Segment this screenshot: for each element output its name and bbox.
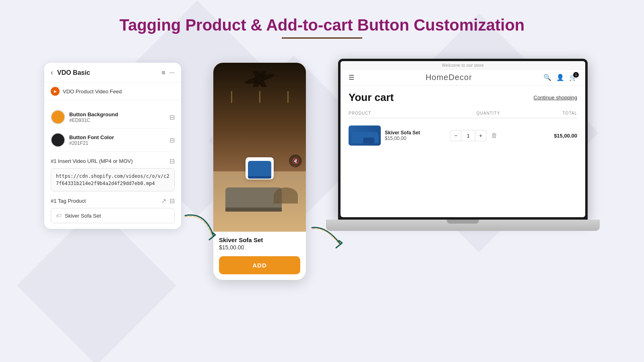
phone-mockup: 🔇 Skiver Sofa Set $15,00.00 ADD [213, 63, 306, 280]
button-font-swatch[interactable] [51, 133, 65, 147]
item-total: $15,00.00 [526, 133, 577, 139]
db-icon-font[interactable]: ⊟ [169, 136, 175, 144]
store-cart-content: Your cart Continue shopping PRODUCT QUAN… [341, 86, 585, 154]
tag-input[interactable]: 🏷 Skiver Sofa Set [51, 208, 175, 223]
tag-icon: 🏷 [56, 212, 62, 219]
card-header-icons: ≡ ··· [161, 69, 175, 76]
room-sofa [225, 187, 282, 208]
cart-title: Your cart [349, 91, 394, 104]
mute-button[interactable]: 🔇 [289, 154, 302, 167]
button-bg-row: Button Background #ED931C ⊟ [51, 106, 175, 129]
quantity-col-label: QUANTITY [450, 111, 526, 115]
button-font-hex: #201F21 [69, 140, 114, 146]
qty-increase[interactable]: + [475, 130, 486, 141]
card-header: ‹ VDO Basic ≡ ··· [44, 63, 181, 83]
svg-point-3 [257, 76, 262, 82]
phone-product-price: $15,00.00 [219, 244, 300, 251]
laptop-body [326, 220, 600, 231]
tag-value: Skiver Sofa Set [65, 213, 101, 219]
url-section-label: #1 Insert Video URL (MP4 or MOV) ⊟ [51, 157, 175, 165]
play-icon: ▶ [51, 87, 60, 96]
button-bg-hex: #ED931C [69, 117, 118, 123]
button-font-row: Button Font Color #201F21 ⊟ [51, 129, 175, 152]
cart-item-info: Skiver Sofa Set $15,00.00 [349, 125, 450, 146]
item-name: Skiver Sofa Set [385, 130, 420, 136]
store-navbar: ☰ HomeDecor 🔍 👤 🛒 1 [341, 70, 585, 86]
db-icon-bg[interactable]: ⊟ [169, 113, 175, 121]
button-bg-swatch[interactable] [51, 110, 65, 124]
laptop-wrapper: Welcome to our store ☰ HomeDecor 🔍 👤 🛒 1 [338, 59, 600, 231]
continue-shopping-link[interactable]: Continue shopping [534, 95, 577, 101]
total-col-label: TOTAL [526, 111, 577, 115]
item-details: Skiver Sofa Set $15,00.00 [385, 130, 420, 141]
add-to-cart-button[interactable]: ADD [219, 256, 300, 274]
cart-item-row: Skiver Sofa Set $15,00.00 − 1 + [349, 122, 577, 149]
arrow-1 [181, 208, 221, 248]
card-subtitle: ▶ VDO Product Video Feed [44, 83, 181, 100]
db-icon-url[interactable]: ⊟ [169, 157, 175, 165]
cart-icon[interactable]: 🛒 1 [569, 74, 577, 81]
button-bg-label: Button Background [69, 111, 118, 117]
db-icon-tag[interactable]: ⊟ [169, 197, 175, 205]
phone-product-name: Skiver Sofa Set [219, 237, 300, 243]
cart-item-image [349, 125, 381, 146]
account-icon[interactable]: 👤 [556, 74, 564, 81]
hamburger-menu[interactable]: ☰ [349, 74, 354, 81]
more-icon[interactable]: ··· [169, 69, 175, 76]
button-font-label: Button Font Color [69, 134, 114, 140]
store-logo: HomeDecor [425, 73, 472, 82]
search-icon[interactable]: 🔍 [543, 74, 551, 81]
arrow-2 [306, 224, 346, 256]
cart-table-header: PRODUCT QUANTITY TOTAL [349, 109, 577, 118]
mini-sofa-image [248, 161, 271, 176]
laptop-display: Welcome to our store ☰ HomeDecor 🔍 👤 🛒 1 [341, 61, 585, 217]
database-icon[interactable]: ≡ [161, 69, 165, 76]
item-price: $15,00.00 [385, 136, 420, 141]
tag-label: #1 Tag Product [51, 198, 86, 204]
qty-decrease[interactable]: − [450, 130, 461, 141]
feed-label: VDO Product Video Feed [63, 88, 122, 95]
page-title: Tagging Product & Add-to-cart Button Cus… [120, 16, 525, 34]
product-col-label: PRODUCT [349, 111, 450, 115]
settings-card: ‹ VDO Basic ≡ ··· ▶ VDO Product Video Fe… [44, 63, 181, 229]
store-welcome-bar: Welcome to our store [341, 61, 585, 70]
tag-section: #1 Tag Product ↗ ⊟ [51, 197, 175, 205]
card-title: VDO Basic [57, 69, 90, 76]
laptop-screen: Welcome to our store ☰ HomeDecor 🔍 👤 🛒 1 [338, 59, 588, 220]
quantity-controls: − 1 + 🗑 [450, 130, 526, 141]
url-input[interactable]: https://cdn.shopify.com/videos/c/o/v/c27… [51, 168, 175, 191]
cart-badge-count: 1 [573, 72, 579, 78]
nav-icons: 🔍 👤 🛒 1 [543, 74, 577, 81]
title-underline [282, 37, 362, 39]
phone-video: 🔇 [213, 63, 306, 232]
cart-header: Your cart Continue shopping [349, 91, 577, 104]
external-link-icon[interactable]: ↗ [161, 197, 166, 205]
ceiling-fan [242, 71, 278, 88]
laptop-notch [447, 220, 479, 224]
qty-value: 1 [461, 130, 475, 141]
quantity-stepper: − 1 + [450, 130, 486, 141]
delete-item-button[interactable]: 🗑 [491, 132, 497, 139]
phone-product-info: Skiver Sofa Set $15,00.00 [213, 232, 306, 254]
room-table [274, 187, 298, 204]
back-button[interactable]: ‹ [51, 68, 53, 77]
product-thumbnail [246, 157, 274, 179]
